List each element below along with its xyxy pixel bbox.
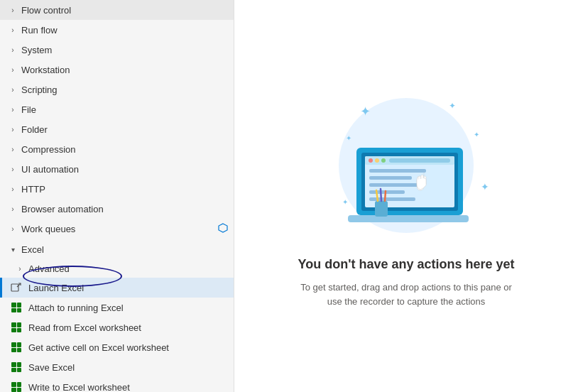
sidebar-item-flow-control[interactable]: Flow control <box>0 0 234 20</box>
action-attach-excel[interactable]: Attach to running Excel <box>0 298 234 317</box>
read-excel-icon <box>10 321 23 334</box>
chevron-icon <box>7 224 18 235</box>
sidebar-item-http[interactable]: HTTP <box>0 179 234 199</box>
sidebar-item-compression[interactable]: Compression <box>0 139 234 159</box>
svg-text:✦: ✦ <box>449 101 456 111</box>
attach-excel-icon <box>10 301 23 314</box>
sidebar-item-label: Excel <box>21 244 228 255</box>
chevron-icon <box>7 163 18 175</box>
action-label: Save Excel <box>28 362 75 373</box>
sidebar-item-label: HTTP <box>21 184 228 195</box>
svg-rect-1 <box>11 284 18 291</box>
sidebar-item-workstation[interactable]: Workstation <box>0 60 234 80</box>
svg-rect-20 <box>389 158 450 163</box>
main-content: ✦ ✦ ✦ ✦ ✦ ✦ <box>234 0 578 392</box>
sidebar-item-file[interactable]: File <box>0 99 234 119</box>
svg-point-18 <box>375 158 379 163</box>
chevron-icon <box>7 203 18 214</box>
sidebar-item-label: System <box>21 45 228 55</box>
get-cell-icon <box>10 341 23 354</box>
chevron-icon <box>7 84 18 95</box>
empty-state-subtitle: To get started, drag and drop actions to… <box>293 281 520 308</box>
svg-point-17 <box>369 158 373 163</box>
sidebar-item-advanced[interactable]: Advanced <box>7 259 234 278</box>
action-write-excel[interactable]: Write to Excel worksheet <box>0 377 234 392</box>
svg-text:✦: ✦ <box>346 134 351 142</box>
chevron-icon <box>7 64 18 75</box>
sidebar-item-label: Compression <box>21 144 228 155</box>
empty-state-title: You don't have any actions here yet <box>298 257 514 272</box>
sidebar-item-work-queues[interactable]: Work queues <box>0 219 234 239</box>
svg-rect-12 <box>348 215 469 222</box>
svg-text:✦: ✦ <box>481 181 489 192</box>
svg-rect-22 <box>369 176 412 180</box>
sidebar-item-folder[interactable]: Folder <box>0 119 234 139</box>
action-read-excel[interactable]: Read from Excel worksheet <box>0 317 234 337</box>
action-label: Write to Excel worksheet <box>28 382 130 393</box>
svg-line-32 <box>385 191 386 201</box>
sidebar-item-scripting[interactable]: Scripting <box>0 80 234 99</box>
sidebar-item-excel[interactable]: Excel <box>0 239 234 259</box>
sidebar-item-ui-automation[interactable]: UI automation <box>0 159 234 179</box>
chevron-icon <box>14 263 26 274</box>
chevron-icon <box>7 44 18 55</box>
chevron-icon <box>7 124 18 135</box>
action-label: Attach to running Excel <box>28 303 124 313</box>
chevron-icon <box>7 143 18 155</box>
sidebar-item-label: Work queues <box>21 224 214 234</box>
sidebar-item-label: Folder <box>21 124 228 135</box>
sidebar: Flow control Run flow System Workstation… <box>0 0 234 392</box>
chevron-icon <box>7 244 18 255</box>
svg-text:✦: ✦ <box>360 104 371 119</box>
sidebar-item-label: Scripting <box>21 85 228 95</box>
svg-line-31 <box>381 189 381 201</box>
svg-point-19 <box>381 158 386 163</box>
write-excel-icon <box>10 381 23 392</box>
excel-subsections: Advanced <box>0 259 234 278</box>
action-label: Launch Excel <box>28 283 84 293</box>
sidebar-item-label: Workstation <box>21 65 228 75</box>
chevron-icon <box>7 4 18 16</box>
sidebar-item-system[interactable]: System <box>0 40 234 60</box>
work-queues-badge <box>218 223 228 235</box>
sidebar-item-label: Browser automation <box>21 204 228 214</box>
svg-text:✦: ✦ <box>474 131 479 138</box>
sidebar-item-label: File <box>21 104 228 115</box>
action-launch-excel[interactable]: Launch Excel <box>0 278 234 298</box>
action-save-excel[interactable]: Save Excel <box>0 357 234 377</box>
action-label: Get active cell on Excel worksheet <box>28 342 169 353</box>
chevron-icon <box>7 104 18 115</box>
sidebar-item-browser-automation[interactable]: Browser automation <box>0 199 234 219</box>
action-label: Read from Excel worksheet <box>28 322 141 333</box>
svg-rect-29 <box>375 201 388 217</box>
sidebar-item-run-flow[interactable]: Run flow <box>0 20 234 40</box>
chevron-icon <box>7 183 18 195</box>
svg-text:✦: ✦ <box>342 198 348 206</box>
chevron-icon <box>7 24 18 36</box>
launch-excel-icon <box>10 281 23 294</box>
sidebar-item-label: Advanced <box>28 263 70 274</box>
svg-rect-25 <box>369 197 415 201</box>
sidebar-item-label: Flow control <box>21 5 228 16</box>
svg-rect-23 <box>369 183 419 187</box>
action-get-active-cell[interactable]: Get active cell on Excel worksheet <box>0 337 234 357</box>
svg-rect-24 <box>369 190 405 194</box>
save-excel-icon <box>10 361 23 374</box>
empty-state-illustration: ✦ ✦ ✦ ✦ ✦ ✦ <box>307 84 506 240</box>
sidebar-item-label: UI automation <box>21 164 228 175</box>
sidebar-item-label: Run flow <box>21 25 228 36</box>
svg-rect-21 <box>369 169 426 173</box>
svg-marker-0 <box>219 224 227 232</box>
